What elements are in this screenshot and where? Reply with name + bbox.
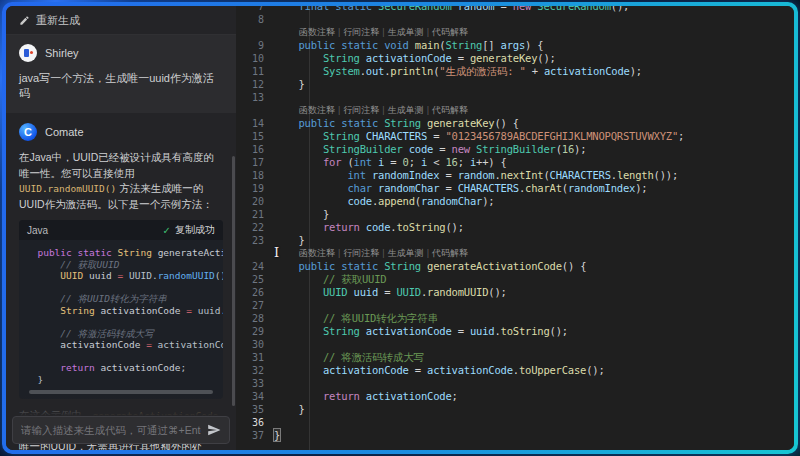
editor-code-line[interactable]: 17 for (int i = 0; i < 16; i++) { [236, 156, 794, 169]
editor-code-line[interactable]: 8 [236, 13, 794, 26]
codelens-action[interactable]: 代码解释 [432, 105, 468, 115]
line-number: 15 [236, 130, 274, 143]
editor-code-line[interactable]: 27 [236, 299, 794, 312]
editor-code-line[interactable]: 31 // 将激活码转成大写 [236, 351, 794, 364]
regenerate-button[interactable]: 重新生成 [6, 6, 236, 35]
user-message-text: java写一个方法，生成唯一uuid作为激活码 [19, 71, 223, 101]
codelens-action[interactable]: 行间注释 [343, 248, 379, 258]
assistant-message: C Comate 在Java中，UUID已经被设计成具有高度的唯一性。您可以直接… [6, 113, 236, 450]
line-number: 23 [236, 234, 274, 247]
chat-code-line: activationCode = activationCode.toUpperC… [26, 339, 223, 351]
codelens-action[interactable]: 行间注释 [343, 105, 379, 115]
line-number: 16 [236, 143, 274, 156]
editor-code-line[interactable]: 30 [236, 338, 794, 351]
line-number: 33 [236, 377, 274, 390]
line-number [236, 247, 274, 260]
editor-code-line[interactable]: 34 return activationCode; [236, 390, 794, 403]
ide-window: 重新生成 Shirley java写一个方法，生成唯一uuid作为激活码 C C… [6, 6, 794, 450]
editor-code-line[interactable]: 15 String CHARACTERS = "0123456789ABCDEF… [236, 130, 794, 143]
codelens-separator: | [382, 105, 384, 115]
regenerate-label: 重新生成 [36, 13, 80, 28]
line-number: 27 [236, 299, 274, 312]
codelens-action[interactable]: 代码解释 [432, 27, 468, 37]
editor-code-line[interactable]: 9 public static void main(String[] args)… [236, 39, 794, 52]
editor-code-line[interactable]: 29 String activationCode = uuid.toString… [236, 325, 794, 338]
line-number: 34 [236, 390, 274, 403]
line-number: 13 [236, 91, 274, 104]
user-message-card: Shirley java写一个方法，生成唯一uuid作为激活码 [6, 35, 236, 113]
line-number: 32 [236, 364, 274, 377]
editor-code-line[interactable]: 36 [236, 416, 794, 429]
chat-input[interactable] [21, 424, 201, 436]
editor-code-line[interactable]: 22 return code.toString(); [236, 221, 794, 234]
editor-code-line[interactable]: 21 } [236, 208, 794, 221]
line-number: 30 [236, 338, 274, 351]
line-number: 25 [236, 273, 274, 286]
line-number: 28 [236, 312, 274, 325]
codelens-action[interactable]: 函数注释 [299, 248, 335, 258]
editor-code-line[interactable]: 12 } [236, 78, 794, 91]
chat-code-line [26, 316, 223, 328]
editor-codelens-row: 函数注释|行间注释|生成单测|代码解释 [236, 26, 794, 39]
editor-code-line[interactable]: 24 public static String generateActivati… [236, 260, 794, 273]
user-name: Shirley [45, 47, 79, 59]
editor-code-line[interactable]: 28 // 将UUID转化为字符串 [236, 312, 794, 325]
editor-code-line[interactable]: 33 [236, 377, 794, 390]
codelens-action[interactable]: 生成单测 [388, 105, 424, 115]
editor-code-line[interactable]: 23 } [236, 234, 794, 247]
line-number: 7 [236, 6, 274, 13]
line-number: 17 [236, 156, 274, 169]
editor-lines: 7 final static SecureRandom random = new… [236, 6, 794, 442]
editor-code-line[interactable]: 18 int randomIndex = random.nextInt(CHAR… [236, 169, 794, 182]
line-number [236, 26, 274, 39]
editor-code-line[interactable]: 35 } [236, 403, 794, 416]
line-number: 35 [236, 403, 274, 416]
chat-panel-scrollbar[interactable] [232, 156, 235, 406]
editor-code-line[interactable]: 20 code.append(randomChar); [236, 195, 794, 208]
editor-codelens-row: 函数注释|行间注释|生成单测|代码解释 [236, 247, 794, 260]
copy-status-label: 复制成功 [175, 223, 215, 237]
editor-code-line[interactable]: 14 public static String generateKey() { [236, 117, 794, 130]
check-icon: ✓ [163, 225, 171, 236]
codelens-action[interactable]: 函数注释 [299, 27, 335, 37]
editor-code-line[interactable]: 11 System.out.println("生成的激活码: " + activ… [236, 65, 794, 78]
editor-code-line[interactable]: 32 activationCode = activationCode.toUpp… [236, 364, 794, 377]
line-number: 11 [236, 65, 274, 78]
code-language-label: Java [27, 225, 48, 236]
editor-code-line[interactable]: 7 final static SecureRandom random = new… [236, 6, 794, 13]
chat-code-line: String activationCode = uuid.toString(); [26, 305, 223, 317]
chat-code-line: // 获取UUID [26, 259, 223, 271]
mouse-ibeam-cursor: I [274, 246, 279, 259]
line-number: 21 [236, 208, 274, 221]
editor-code-line[interactable]: 13 [236, 91, 794, 104]
chat-code-line: // 将UUID转化为字符串 [26, 293, 223, 305]
codelens-separator: | [338, 248, 340, 258]
line-number [236, 104, 274, 117]
text-segment: 在Java中，UUID已经被设计成具有高度的唯一性。您可以直接使用 [19, 151, 214, 179]
codelens-action[interactable]: 行间注释 [343, 27, 379, 37]
codelens-separator: | [427, 27, 429, 37]
codelens-separator: | [427, 248, 429, 258]
codelens-separator: | [382, 248, 384, 258]
copy-code-button[interactable]: ✓ 复制成功 [163, 223, 215, 237]
user-avatar [19, 44, 37, 62]
send-icon[interactable] [207, 423, 221, 437]
comate-avatar: C [19, 123, 37, 141]
code-block-horizontal-scrollbar[interactable] [29, 390, 213, 394]
screenshot-stage: 重新生成 Shirley java写一个方法，生成唯一uuid作为激活码 C C… [0, 0, 800, 456]
codelens-action[interactable]: 函数注释 [299, 105, 335, 115]
codelens-separator: | [427, 105, 429, 115]
editor-code-line[interactable]: 16 StringBuilder code = new StringBuilde… [236, 143, 794, 156]
editor-code-line[interactable]: 26 UUID uuid = UUID.randomUUID(); [236, 286, 794, 299]
codelens-separator: | [338, 27, 340, 37]
codelens-action[interactable]: 生成单测 [388, 27, 424, 37]
gradient-frame: 重新生成 Shirley java写一个方法，生成唯一uuid作为激活码 C C… [2, 2, 798, 454]
editor-code-line[interactable]: 25 // 获取UUID [236, 273, 794, 286]
editor-code-line[interactable]: 37} [236, 429, 794, 442]
editor-code-line[interactable]: 19 char randomChar = CHARACTERS.charAt(r… [236, 182, 794, 195]
code-editor[interactable]: 7 final static SecureRandom random = new… [236, 6, 794, 450]
codelens-action[interactable]: 生成单测 [388, 248, 424, 258]
codelens-action[interactable]: 代码解释 [432, 248, 468, 258]
chat-input-bar [12, 416, 230, 444]
editor-code-line[interactable]: 10 String activationCode = generateKey()… [236, 52, 794, 65]
